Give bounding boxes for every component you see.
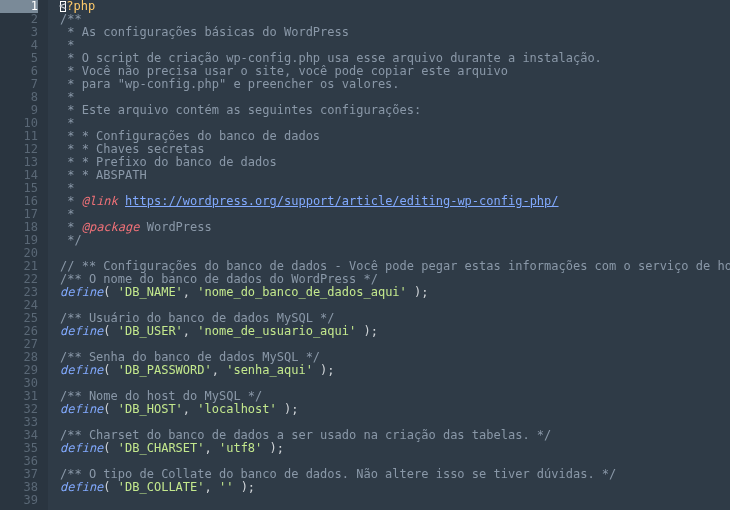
token: ); — [313, 363, 335, 377]
token: 'DB_NAME' — [118, 285, 183, 299]
token: * — [60, 181, 74, 195]
token: * * Prefixo do banco de dados — [60, 155, 277, 169]
token: * As configurações básicas do WordPress — [60, 25, 349, 39]
token: ( — [103, 402, 117, 416]
token: , — [183, 285, 197, 299]
line-number: 39 — [0, 494, 38, 507]
token: /** Charset do banco de dados a ser usad… — [60, 428, 551, 442]
token: 'DB_PASSWORD' — [118, 363, 212, 377]
token: /** — [60, 12, 82, 26]
token: * — [60, 220, 82, 234]
token: 'localhost' — [197, 402, 276, 416]
token: , — [212, 363, 226, 377]
token: * * ABSPATH — [60, 168, 147, 182]
code-line[interactable]: * @package WordPress — [60, 221, 730, 234]
code-line[interactable]: */ — [60, 234, 730, 247]
token: ); — [262, 441, 284, 455]
token: /** O nome do banco de dados do WordPres… — [60, 272, 378, 286]
code-line[interactable]: * As configurações básicas do WordPress — [60, 26, 730, 39]
token: 'DB_HOST' — [118, 402, 183, 416]
code-line[interactable]: define( 'DB_USER', 'nome_de_usuario_aqui… — [60, 325, 730, 338]
token: @link — [82, 194, 118, 208]
code-line[interactable]: * para "wp-config.php" e preencher os va… — [60, 78, 730, 91]
token: /** Nome do host do MySQL */ — [60, 389, 262, 403]
token: define — [60, 441, 103, 455]
token: define — [60, 285, 103, 299]
token: 'utf8' — [219, 441, 262, 455]
code-line[interactable]: define( 'DB_HOST', 'localhost' ); — [60, 403, 730, 416]
token: ( — [103, 363, 117, 377]
token: 'DB_USER' — [118, 324, 183, 338]
token: * Este arquivo contém as seguintes confi… — [60, 103, 421, 117]
token: ( — [103, 480, 117, 494]
code-editor[interactable]: <?php/** * As configurações básicas do W… — [48, 0, 730, 510]
token: * — [60, 207, 74, 221]
token: ); — [277, 402, 299, 416]
token: 'DB_CHARSET' — [118, 441, 205, 455]
line-number-gutter: 1234567891011121314151617181920212223242… — [0, 0, 48, 510]
token: 'nome_do_banco_de_dados_aqui' — [197, 285, 407, 299]
token: define — [60, 324, 103, 338]
code-line[interactable]: define( 'DB_CHARSET', 'utf8' ); — [60, 442, 730, 455]
token: /** Senha do banco de dados MySQL */ — [60, 350, 320, 364]
token: ); — [233, 480, 255, 494]
token: '' — [219, 480, 233, 494]
token: define — [60, 363, 103, 377]
token: * — [60, 38, 74, 52]
token: ( — [103, 324, 117, 338]
token: * — [60, 116, 74, 130]
token: ); — [356, 324, 378, 338]
token: , — [183, 402, 197, 416]
token: ); — [407, 285, 429, 299]
code-line[interactable]: * @link https://wordpress.org/support/ar… — [60, 195, 730, 208]
token: 'DB_COLLATE' — [118, 480, 205, 494]
token: * — [60, 194, 82, 208]
token — [118, 194, 125, 208]
token: * * Configurações do banco de dados — [60, 129, 320, 143]
code-line[interactable]: * * Prefixo do banco de dados — [60, 156, 730, 169]
token: ( — [103, 285, 117, 299]
token: WordPress — [139, 220, 211, 234]
code-line[interactable] — [60, 494, 730, 507]
token: /** O tipo de Collate do banco de dados.… — [60, 467, 616, 481]
token: , — [205, 441, 219, 455]
token: ( — [103, 441, 117, 455]
token: * Você não precisa usar o site, você pod… — [60, 64, 508, 78]
token: 'nome_de_usuario_aqui' — [197, 324, 356, 338]
code-line[interactable]: <?php — [60, 0, 730, 13]
code-line[interactable]: * * ABSPATH — [60, 169, 730, 182]
token: * O script de criação wp-config.php usa … — [60, 51, 602, 65]
token: */ — [60, 233, 82, 247]
token: * — [60, 90, 74, 104]
token: define — [60, 402, 103, 416]
token: https://wordpress.org/support/article/ed… — [125, 194, 558, 208]
code-line[interactable]: define( 'DB_NAME', 'nome_do_banco_de_dad… — [60, 286, 730, 299]
token: * * Chaves secretas — [60, 142, 205, 156]
token: , — [205, 480, 219, 494]
token: 'senha_aqui' — [226, 363, 313, 377]
code-line[interactable]: * Este arquivo contém as seguintes confi… — [60, 104, 730, 117]
code-line[interactable]: define( 'DB_COLLATE', '' ); — [60, 481, 730, 494]
token: , — [183, 324, 197, 338]
token: @package — [82, 220, 140, 234]
token: define — [60, 480, 103, 494]
token: /** Usuário do banco de dados MySQL */ — [60, 311, 335, 325]
code-line[interactable]: define( 'DB_PASSWORD', 'senha_aqui' ); — [60, 364, 730, 377]
token: * para "wp-config.php" e preencher os va… — [60, 77, 400, 91]
token: // ** Configurações do banco de dados - … — [60, 259, 730, 273]
